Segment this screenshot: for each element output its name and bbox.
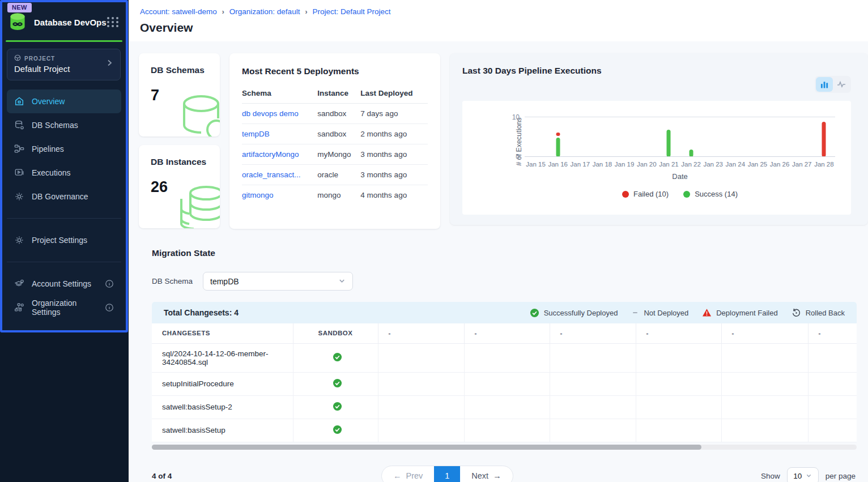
sidebar-item-overview[interactable]: Overview xyxy=(7,89,121,113)
deployments-column-header: Last Deployed xyxy=(360,82,428,104)
sidebar-item-organization-settings[interactable]: Organization Settings xyxy=(7,296,121,319)
schema-link[interactable]: db devops demo xyxy=(242,109,299,118)
database-stack-icon xyxy=(173,182,220,228)
changesets-column-header: - xyxy=(464,323,550,343)
chart-x-tick-label: Jan 18 xyxy=(591,161,613,168)
changeset-name-cell: satwell:basisSetup xyxy=(152,419,293,442)
sidebar-divider xyxy=(7,218,121,219)
changeset-name-cell: sql/2024-10-14-12-06-member-34240854.sql xyxy=(152,343,293,372)
changeset-sandbox-status-cell xyxy=(293,395,378,419)
current-page-button[interactable]: 1 xyxy=(434,466,460,482)
app-logo-icon xyxy=(7,12,28,32)
home-icon xyxy=(14,96,24,106)
chart-type-toggle xyxy=(815,76,851,93)
chart-x-tick-label: Jan 15 xyxy=(525,161,547,168)
next-page-button[interactable]: Next→ xyxy=(460,466,512,482)
deployment-schema-cell: oracle_transact... xyxy=(242,165,317,185)
check-circle-icon xyxy=(333,381,342,390)
project-selector[interactable]: PROJECT Default Project xyxy=(7,49,121,80)
recent-deployments-card: Most Recent 5 Deployments SchemaInstance… xyxy=(229,53,440,229)
account-icon xyxy=(14,279,24,289)
line-chart-toggle-icon[interactable] xyxy=(833,77,850,92)
chevron-down-icon xyxy=(338,277,346,286)
breadcrumb-link[interactable]: Organization: default xyxy=(229,7,300,16)
gear-icon xyxy=(14,235,24,245)
chevron-down-icon xyxy=(806,472,812,480)
table-row: satwell:basisSetup-2 xyxy=(152,395,857,419)
bar-chart-toggle-icon[interactable] xyxy=(816,77,833,92)
sidebar-item-db-schemas[interactable]: DB Schemas xyxy=(7,113,121,137)
project-label: PROJECT xyxy=(24,56,55,62)
table-row: tempDBsandbox2 months ago xyxy=(242,124,428,144)
changeset-sandbox-status-cell xyxy=(293,419,378,442)
changeset-name-cell: setupInitialProcedure xyxy=(152,372,293,395)
chart-plot-area: # of Executions 10 0 Jan 15Jan 16Jan 17J… xyxy=(462,101,851,215)
chart-x-tick-label: Jan 24 xyxy=(724,161,746,168)
chart-x-tick-label: Jan 23 xyxy=(702,161,724,168)
changesets-panel: Total Changesets: 4 Successfully Deploye… xyxy=(152,302,857,442)
chart-x-axis-title: Date xyxy=(525,172,835,181)
chart-bar-slot xyxy=(636,110,658,157)
db-instances-card: DB Instances 26 xyxy=(139,145,220,228)
chart-bar-failed[interactable] xyxy=(822,122,826,157)
sidebar-divider-green xyxy=(6,40,122,42)
changeset-empty-cell xyxy=(636,343,721,372)
info-icon[interactable] xyxy=(105,279,114,288)
chart-bar-success[interactable] xyxy=(556,138,560,157)
breadcrumb-link[interactable]: Account: satwell-demo xyxy=(140,7,217,16)
changeset-empty-cell xyxy=(378,343,464,372)
info-icon[interactable] xyxy=(105,303,114,312)
changesets-column-header: - xyxy=(550,323,636,343)
pagination: ←Prev 1 Next→ xyxy=(381,466,513,482)
schema-link[interactable]: artifactoryMongo xyxy=(242,150,299,159)
schema-link[interactable]: gitmongo xyxy=(242,191,274,199)
prev-page-button[interactable]: ←Prev xyxy=(382,466,434,482)
changeset-empty-cell xyxy=(721,372,808,395)
main-content: Account: satwell-demo›Organization: defa… xyxy=(129,0,868,482)
db-schema-select[interactable]: tempDB xyxy=(203,272,353,291)
chart-x-tick-label: Jan 27 xyxy=(791,161,813,168)
chart-bar-success[interactable] xyxy=(667,130,671,157)
legend-label: Success (14) xyxy=(695,190,738,198)
y-tick-max: 10 xyxy=(512,113,525,121)
table-row: artifactoryMongomyMongo3 months ago xyxy=(242,144,428,165)
chart-x-tick-label: Jan 21 xyxy=(658,161,680,168)
chart-bar-slot xyxy=(658,110,680,157)
chart-bar-failed[interactable] xyxy=(556,133,560,136)
sidebar-item-db-governance[interactable]: DB Governance xyxy=(7,185,121,208)
page-size-select[interactable]: 10 xyxy=(787,467,819,482)
stat-title: DB Instances xyxy=(151,157,220,167)
changesets-column-header: - xyxy=(378,323,464,343)
per-page-label: per page xyxy=(826,472,856,480)
status-legend-item: Successfully Deployed xyxy=(530,308,618,318)
sidebar-item-project-settings[interactable]: Project Settings xyxy=(7,228,121,252)
chart-baseline xyxy=(525,156,835,157)
sidebar-item-pipelines[interactable]: Pipelines xyxy=(7,137,121,161)
breadcrumb-link[interactable]: Project: Default Project xyxy=(312,7,390,16)
sidebar-nav-secondary: Project Settings xyxy=(2,228,126,252)
legend-label: Failed (10) xyxy=(633,190,669,198)
changeset-empty-cell xyxy=(378,395,464,419)
chart-bar-slot xyxy=(591,110,613,157)
schema-link[interactable]: tempDB xyxy=(242,130,270,138)
chart-x-tick-label: Jan 25 xyxy=(746,161,768,168)
deployment-instance-cell: sandbox xyxy=(317,104,360,124)
sidebar-item-executions[interactable]: Executions xyxy=(7,161,121,185)
schema-link[interactable]: oracle_transact... xyxy=(242,170,301,179)
changeset-empty-cell xyxy=(378,419,464,442)
breadcrumb-separator: › xyxy=(222,8,224,16)
sidebar-item-label: Executions xyxy=(32,168,70,177)
deployment-date-cell: 7 days ago xyxy=(360,104,428,124)
database-icon xyxy=(175,91,220,137)
horizontal-scrollbar-thumb[interactable] xyxy=(152,445,701,450)
changeset-empty-cell xyxy=(464,343,550,372)
deployment-schema-cell: gitmongo xyxy=(242,185,317,206)
app-grid-icon[interactable] xyxy=(107,17,119,27)
project-name: Default Project xyxy=(14,64,105,74)
chart-x-tick-label: Jan 28 xyxy=(813,161,835,168)
deployments-column-header: Schema xyxy=(242,82,317,104)
sidebar-item-account-settings[interactable]: Account Settings xyxy=(7,272,121,296)
changesets-column-header: SANDBOX xyxy=(293,323,378,343)
sidebar-item-label: Pipelines xyxy=(32,144,64,153)
breadcrumb-separator: › xyxy=(305,8,307,16)
